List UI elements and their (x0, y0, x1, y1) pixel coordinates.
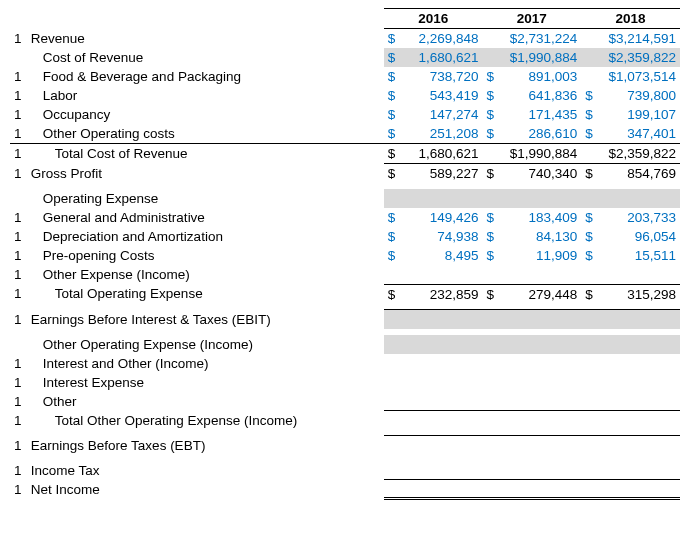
currency-symbol: $ (384, 48, 403, 67)
financial-table: 2016 2017 2018 1 Revenue $ 2,269,848 $2,… (10, 8, 680, 500)
col-2017: 2017 (483, 9, 582, 29)
col-2018: 2018 (581, 9, 680, 29)
row-ebt: 1 Earnings Before Taxes (EBT) (10, 436, 680, 455)
row-interest-expense: 1 Interest Expense (10, 373, 680, 392)
header-row: 2016 2017 2018 (10, 9, 680, 29)
row-occupancy: 1 Occupancy $ 147,274 $ 171,435 $ 199,10… (10, 105, 680, 124)
col-2016: 2016 (384, 9, 483, 29)
row-other-op-expense-hdr: Other Operating Expense (Income) (10, 335, 680, 354)
row-other-op-costs: 1 Other Operating costs $ 251,208 $ 286,… (10, 124, 680, 144)
mark: 1 (10, 29, 27, 49)
row-food-beverage: 1 Food & Beverage and Packaging $ 738,72… (10, 67, 680, 86)
row-operating-expense-hdr: Operating Expense (10, 189, 680, 208)
row-interest-other-income: 1 Interest and Other (Income) (10, 354, 680, 373)
row-general-administrative: 1 General and Administrative $ 149,426 $… (10, 208, 680, 227)
value-2018: $2,359,822 (600, 48, 680, 67)
value-2018: $3,214,591 (600, 29, 680, 49)
row-total-other-op-expense: 1 Total Other Operating Expense (Income) (10, 411, 680, 430)
value-2016: 1,680,621 (403, 48, 483, 67)
label: Cost of Revenue (27, 48, 384, 67)
value-2017: $2,731,224 (501, 29, 581, 49)
row-income-tax: 1 Income Tax (10, 461, 680, 480)
currency-symbol: $ (384, 29, 403, 49)
row-gross-profit: 1 Gross Profit $ 589,227 $ 740,340 $ 854… (10, 164, 680, 184)
value-2016: 2,269,848 (403, 29, 483, 49)
row-net-income: 1 Net Income (10, 480, 680, 499)
row-revenue: 1 Revenue $ 2,269,848 $2,731,224 $3,214,… (10, 29, 680, 49)
value-2017: $1,990,884 (501, 48, 581, 67)
label: Revenue (27, 29, 384, 49)
row-cost-of-revenue: Cost of Revenue $ 1,680,621 $1,990,884 $… (10, 48, 680, 67)
row-labor: 1 Labor $ 543,419 $ 641,836 $ 739,800 (10, 86, 680, 105)
row-other: 1 Other (10, 392, 680, 411)
row-other-expense-income: 1 Other Expense (Income) (10, 265, 680, 284)
row-preopening-costs: 1 Pre‑opening Costs $ 8,495 $ 11,909 $ 1… (10, 246, 680, 265)
row-depreciation-amortization: 1 Depreciation and Amortization $ 74,938… (10, 227, 680, 246)
row-total-operating-expense: 1 Total Operating Expense $ 232,859 $ 27… (10, 284, 680, 304)
row-total-cost-of-revenue: 1 Total Cost of Revenue $ 1,680,621 $1,9… (10, 144, 680, 164)
row-ebit: 1 Earnings Before Interest & Taxes (EBIT… (10, 310, 680, 329)
